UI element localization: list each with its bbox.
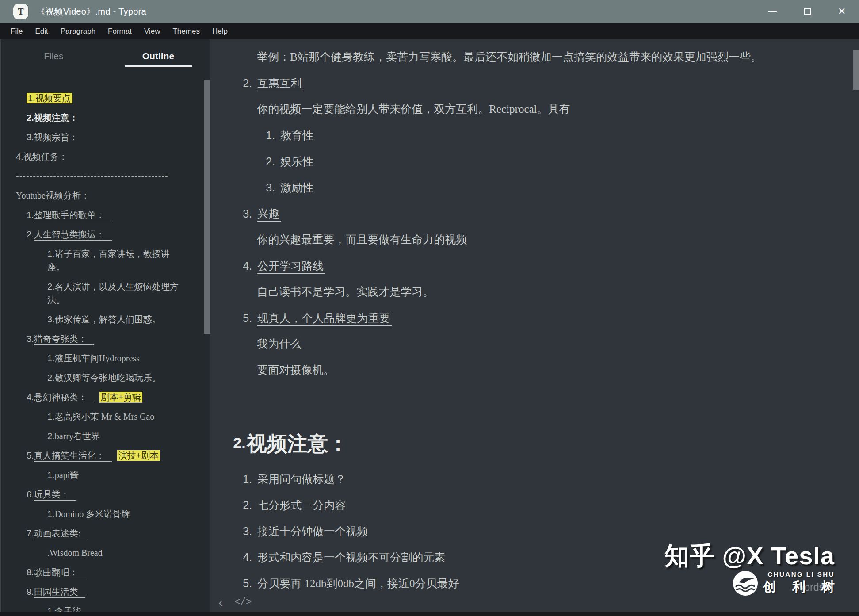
tab-files[interactable]: Files — [1, 51, 106, 74]
doc-block[interactable]: 举例：B站那个健身教练，卖苦力写寒酸。最后还不如稍微加一点搞笑的效益带来的效果更… — [210, 50, 859, 65]
doc-block[interactable]: 3.激励性 — [210, 180, 859, 195]
outline-item[interactable]: 2.敬汉卿等夸张地吃喝玩乐。 — [1, 371, 210, 384]
outline-item[interactable]: 2.人生智慧类搬运： — [1, 228, 210, 241]
doc-block[interactable]: 2.七分形式三分内容 — [210, 497, 859, 513]
doc-block[interactable]: 3.兴趣 — [210, 206, 859, 221]
outline-item[interactable]: 3.视频宗旨： — [1, 130, 210, 144]
outline-item[interactable]: 4.视频任务： — [1, 150, 210, 163]
doc-block[interactable]: 2.娱乐性 — [210, 154, 859, 169]
bottom-strip — [0, 612, 859, 616]
tab-outline[interactable]: Outline — [106, 51, 211, 74]
watermark-logo-cn: 创 利 树 — [763, 578, 841, 596]
sidebar-scrollbar-thumb[interactable] — [204, 80, 210, 334]
outline-item[interactable]: 1.老高與小茉 Mr & Mrs Gao — [1, 410, 210, 423]
doc-heading[interactable]: 2.视频注意： — [210, 427, 859, 458]
doc-block[interactable]: 5.现真人，个人品牌更为重要 — [210, 310, 859, 325]
doc-block[interactable]: 1.采用问句做标题？ — [210, 471, 859, 486]
outline-item[interactable]: 1.papi酱 — [1, 468, 210, 482]
minimize-button[interactable] — [756, 0, 790, 23]
doc-block[interactable]: 1.教育性 — [210, 128, 859, 143]
menu-bar: FileEditParagraphFormatViewThemesHelp — [0, 23, 859, 39]
watermark-text: 知乎 @X Tesla — [664, 539, 835, 573]
outline-item[interactable]: 2.视频注意： — [1, 111, 210, 124]
typora-window: T 《视频Video》.md - Typora ✕ FileEditParagr… — [0, 0, 859, 616]
typora-app-icon: T — [13, 4, 28, 19]
menu-item[interactable]: Paragraph — [54, 23, 102, 39]
window-controls: ✕ — [756, 0, 859, 23]
outline-list: 1.视频要点2.视频注意：3.视频宗旨：4.视频任务：-------------… — [1, 74, 210, 612]
doc-block[interactable]: 我为什么 — [210, 337, 859, 352]
outline-item[interactable]: 5.真人搞笑生活化：演技+剧本 — [1, 449, 210, 462]
outline-item[interactable]: 6.玩具类： — [1, 488, 210, 501]
watermark: 知乎 @X Tesla Words CHUANG LI SHU 创 利 树 — [664, 539, 835, 596]
sidebar: Files Outline 1.视频要点2.视频注意：3.视频宗旨：4.视频任务… — [1, 39, 210, 612]
outline-item[interactable]: 3.猎奇夸张类： — [1, 332, 210, 345]
outline-item[interactable]: 1.诸子百家，百家讲坛，教授讲座。 — [1, 247, 210, 274]
tab-outline-label: Outline — [142, 51, 174, 61]
maximize-button[interactable] — [790, 0, 825, 23]
outline-highlight: 剧本+剪辑 — [99, 392, 142, 403]
outline-item[interactable]: 9.田园生活类 — [1, 585, 210, 598]
outline-item[interactable]: 4.悬幻神秘类：剧本+剪辑 — [1, 390, 210, 404]
outline-item[interactable]: 1.液压机车间Hydropress — [1, 352, 210, 365]
source-code-mode-icon[interactable]: </> — [234, 597, 251, 608]
outline-item[interactable]: 1.Domino 多米诺骨牌 — [1, 507, 210, 520]
menu-item[interactable]: View — [138, 23, 167, 39]
editor-scrollbar-thumb[interactable] — [853, 50, 859, 90]
menu-item[interactable]: Format — [102, 23, 138, 39]
sidebar-tabs: Files Outline — [1, 39, 210, 74]
doc-block[interactable]: 要面对摄像机。 — [210, 363, 859, 378]
outline-item[interactable]: 2.名人演讲，以及人生烦恼处理方法。 — [1, 280, 210, 306]
window-title: 《视频Video》.md - Typora — [36, 6, 146, 18]
doc-block[interactable]: 3.接近十分钟做一个视频 — [210, 524, 859, 539]
outline-item[interactable]: 7.动画表述类: — [1, 527, 210, 540]
menu-item[interactable]: Help — [206, 23, 234, 39]
doc-block[interactable]: 你的兴趣最重要，而且要做有生命力的视频 — [210, 232, 859, 247]
close-button[interactable]: ✕ — [825, 0, 859, 23]
outline-item[interactable]: 2.barry看世界 — [1, 429, 210, 443]
app-area: Files Outline 1.视频要点2.视频注意：3.视频宗旨：4.视频任务… — [0, 39, 859, 612]
doc-block[interactable]: 2.互惠互利 — [210, 76, 859, 91]
titlebar: T 《视频Video》.md - Typora ✕ — [0, 0, 859, 23]
outline-item[interactable]: 1.李子柒 — [1, 605, 210, 612]
outline-item[interactable]: ----------------------------------------… — [1, 169, 210, 183]
outline-item[interactable]: Youtube视频分析： — [1, 189, 210, 202]
doc-block[interactable]: 你的视频一定要能给别人带来价值，双方互利。Reciprocal。具有 — [210, 102, 859, 117]
statusbar: ‹ </> — [218, 596, 251, 609]
menu-item[interactable]: Edit — [29, 23, 54, 39]
outline-item[interactable]: 3.佛家传道，解答人们困惑。 — [1, 313, 210, 326]
sidebar-toggle-icon[interactable]: ‹ — [218, 596, 223, 609]
watermark-logo-en: CHUANG LI SHU — [763, 570, 835, 578]
doc-block[interactable]: 4.公开学习路线 — [210, 258, 859, 273]
outline-item[interactable]: 1.视频要点 — [1, 92, 210, 105]
outline-item[interactable]: 1.整理歌手的歌单： — [1, 208, 210, 222]
editor-area: 举例：B站那个健身教练，卖苦力写寒酸。最后还不如稍微加一点搞笑的效益带来的效果更… — [210, 39, 859, 612]
outline-item[interactable]: 8.歌曲翻唱： — [1, 566, 210, 579]
menu-item[interactable]: Themes — [166, 23, 206, 39]
doc-block[interactable]: 自己读书不是学习。实践才是学习。 — [210, 284, 859, 299]
app-icon-letter: T — [18, 7, 23, 17]
chuanglishu-logo-icon — [733, 570, 758, 596]
active-tab-underline — [125, 65, 192, 67]
outline-item[interactable]: .Wisdom Bread — [1, 546, 210, 559]
menu-item[interactable]: File — [4, 23, 29, 39]
document: 举例：B站那个健身教练，卖苦力写寒酸。最后还不如稍微加一点搞笑的效益带来的效果更… — [210, 39, 859, 591]
outline-highlight: 演技+剧本 — [117, 450, 160, 461]
